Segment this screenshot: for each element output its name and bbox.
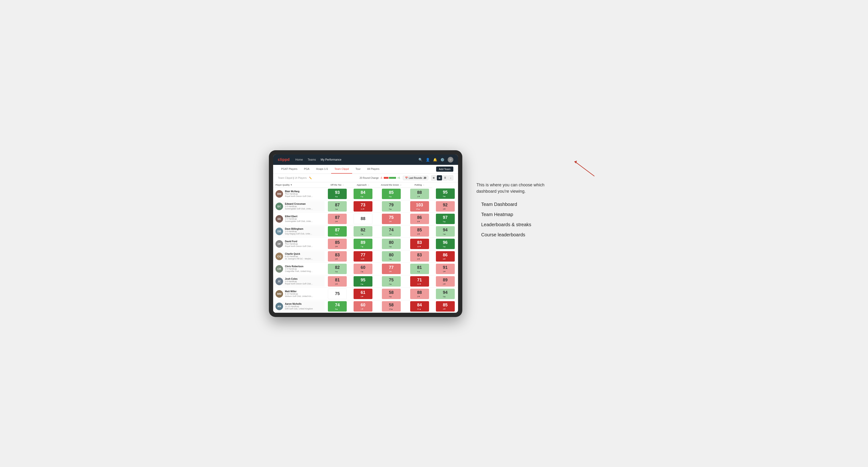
sub-nav-all-players[interactable]: All Players: [364, 165, 383, 174]
nav-link-teams[interactable]: Teams: [308, 157, 316, 162]
player-hcap: Plus Handicap: [285, 193, 313, 195]
stat-box: 958▲: [353, 276, 372, 286]
stat-cell-0-4: 959▲: [432, 187, 458, 200]
sub-nav-tour[interactable]: Tour: [352, 165, 364, 174]
stat-change: 2▼: [443, 283, 446, 285]
table-row: EC Edward Crossman 1-5 Handicap Sunningd…: [273, 200, 458, 213]
player-info: Josh Coles 1-5 Handicap Royal North Devo…: [285, 278, 322, 285]
annotation-item-2: Leaderboards & streaks: [481, 222, 599, 227]
stat-box: 10315▲: [410, 201, 429, 212]
stat-cell-5-4: 868▼: [432, 250, 458, 262]
stat-box: 874▲: [328, 226, 347, 237]
player-name: Chris Robertson: [285, 265, 322, 268]
col-header-around-green: Around the Green →: [376, 182, 407, 188]
stat-box: 913▼: [436, 264, 455, 274]
grid-view-button[interactable]: ⊞: [431, 175, 436, 181]
stat-change: 6▼: [417, 220, 420, 223]
stat-cell-1-3: 10315▲: [407, 200, 432, 213]
settings-icon[interactable]: ⚙️: [440, 158, 444, 161]
player-cell-6[interactable]: CR Chris Robertson 1-5 Handicap Craigmil…: [273, 262, 324, 275]
stat-value: 85: [389, 190, 394, 195]
stat-value: 77: [389, 265, 394, 270]
stat-cell-3-4: 941▲: [432, 225, 458, 238]
stat-cell-3-3: 853▼: [407, 225, 432, 238]
sub-nav-hcaps[interactable]: Hcaps 1-5: [313, 165, 331, 174]
add-team-button[interactable]: Add Team: [436, 166, 453, 172]
stat-change: 3▼: [417, 233, 420, 235]
player-name: Blair McHarg: [285, 190, 322, 193]
sub-nav-pga[interactable]: PGA: [301, 165, 313, 174]
player-cell-0[interactable]: BM Blair McHarg Plus Handicap Royal Nort…: [273, 187, 324, 200]
player-avatar: EC: [276, 203, 283, 210]
stat-cell-6-4: 913▼: [432, 262, 458, 275]
stat-box: 854▼: [436, 301, 455, 312]
sub-nav: PGAT Players PGA Hcaps 1-5 Team Clippd T…: [273, 165, 458, 174]
list-view-button[interactable]: ☰: [442, 175, 448, 181]
stat-box: 941▲: [436, 226, 455, 237]
stat-cell-7-0: 813▼: [324, 275, 350, 287]
avatar[interactable]: U: [448, 157, 453, 162]
player-cell-9[interactable]: AN Aaron Nicholls 11-15 Handicap Drift G…: [273, 300, 324, 312]
player-cell-2[interactable]: EE Elliot Ebert 1-5 Handicap Sunningdale…: [273, 213, 324, 225]
stat-change: 1▼: [417, 195, 420, 198]
player-name: Dave Billingham: [285, 228, 322, 230]
nav-link-home[interactable]: Home: [295, 157, 303, 162]
stat-value: 74: [335, 303, 340, 308]
heatmap-view-button[interactable]: ▦: [437, 175, 442, 181]
last-rounds-button[interactable]: 📅 Last Rounds: 20: [403, 176, 428, 180]
stat-change: 8▼: [443, 258, 446, 260]
stat-cell-4-4: 963▲: [432, 238, 458, 250]
stat-box: 963▲: [436, 239, 455, 249]
col-header-putting: Putting →: [407, 182, 432, 188]
player-avatar: AN: [276, 303, 283, 310]
stat-value: 85: [417, 228, 422, 232]
stat-value: 89: [443, 278, 448, 283]
sub-nav-pgat[interactable]: PGAT Players: [278, 165, 301, 174]
stat-cell-4-2: 803▲: [376, 238, 407, 250]
stat-value: 80: [389, 240, 394, 245]
player-info: David Ford Plus Handicap Royal North Dev…: [285, 240, 322, 247]
player-cell-5[interactable]: CQ Charlie Quick 6-10 Handicap St. Georg…: [273, 250, 324, 262]
stat-box: 8421▲: [410, 301, 429, 312]
player-name: Elliot Ebert: [285, 215, 322, 218]
player-cell-7[interactable]: JC Josh Coles 1-5 Handicap Royal North D…: [273, 275, 324, 287]
stat-value: 85: [443, 303, 448, 308]
stat-change: 3▼: [389, 220, 392, 223]
player-cell-8[interactable]: MM Matt Miller 6-10 Handicap Woburn Golf…: [273, 287, 324, 300]
annotation-panel: This is where you can choose which dashb…: [476, 150, 599, 238]
stat-value: 88: [361, 216, 365, 221]
annotation-intro: This is where you can choose which dashb…: [476, 182, 552, 195]
download-button[interactable]: ↓: [448, 175, 453, 181]
stat-cell-2-4: 975▲: [432, 213, 458, 225]
search-icon[interactable]: 🔍: [418, 158, 423, 161]
stat-value: 81: [417, 265, 422, 270]
stat-value: 58: [389, 290, 394, 295]
bell-icon[interactable]: 🔔: [433, 158, 437, 161]
stat-change: 6▼: [417, 258, 420, 260]
stat-change: 1▲: [335, 208, 338, 210]
team-controls: 20 Round Change -5 +5 📅 Last Rounds: 20: [360, 175, 453, 181]
stat-box: 5810▲: [382, 301, 401, 312]
stat-cell-8-3: 882▼: [407, 287, 432, 300]
annotation-item-3: Course leaderboards: [481, 232, 599, 238]
sub-nav-team-clippd[interactable]: Team Clippd: [331, 165, 352, 174]
stat-box: 613▼: [353, 289, 372, 299]
stat-box: 892▼: [436, 276, 455, 286]
stat-cell-0-1: 846▲: [350, 187, 376, 200]
user-icon[interactable]: 👤: [426, 158, 430, 161]
stat-box: 853▼: [410, 226, 429, 237]
stat-cell-1-0: 871▲: [324, 200, 350, 213]
nav-link-performance[interactable]: My Performance: [320, 157, 341, 162]
player-info: Elliot Ebert 1-5 Handicap Sunningdale Go…: [285, 215, 322, 222]
player-cell-3[interactable]: DB Dave Billingham 1-5 Handicap Gog Mago…: [273, 225, 324, 238]
stat-cell-7-3: 7111▼: [407, 275, 432, 287]
player-cell-4[interactable]: DF David Ford Plus Handicap Royal North …: [273, 238, 324, 250]
stat-box: 803▲: [382, 239, 401, 249]
player-cell-1[interactable]: EC Edward Crossman 1-5 Handicap Sunningd…: [273, 200, 324, 213]
stat-box: 871▲: [328, 201, 347, 212]
player-hcap: 1-5 Handicap: [285, 280, 313, 283]
stat-cell-3-2: 741▲: [376, 225, 407, 238]
edit-icon[interactable]: ✏️: [309, 177, 312, 179]
stat-box: 836▼: [410, 251, 429, 261]
stat-value: 83: [417, 240, 422, 245]
